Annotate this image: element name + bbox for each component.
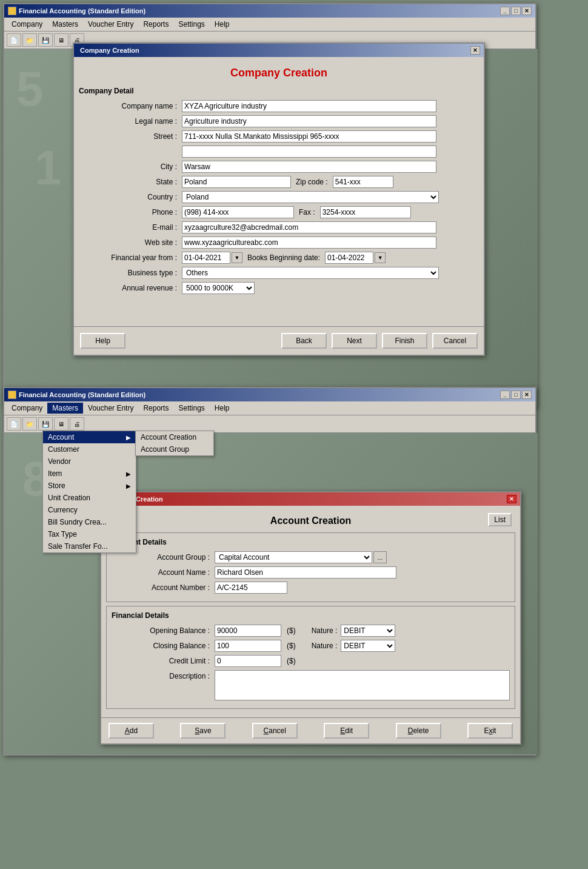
- opening-nature-select[interactable]: DEBIT CREDIT: [341, 625, 395, 637]
- menu-company-top[interactable]: Company: [7, 19, 47, 30]
- city-input[interactable]: [182, 161, 436, 173]
- menubar-top: Company Masters Voucher Entry Reports Se…: [4, 18, 535, 32]
- add-button[interactable]: Add: [109, 723, 154, 739]
- minimize-btn-top[interactable]: _: [500, 7, 510, 15]
- street-label: Street :: [79, 132, 182, 141]
- account-group-label: Account Group :: [112, 553, 215, 562]
- menu-currency-item[interactable]: Currency: [43, 504, 136, 516]
- financial-details-header: Financial Details: [112, 611, 510, 620]
- state-input[interactable]: [182, 176, 291, 188]
- menu-vendor-item[interactable]: Vendor: [43, 455, 136, 468]
- zip-input[interactable]: [333, 176, 393, 188]
- list-button[interactable]: List: [488, 513, 512, 526]
- edit-button[interactable]: Edit: [324, 723, 369, 739]
- street2-input[interactable]: [182, 146, 436, 158]
- menu-customer-item[interactable]: Customer: [43, 443, 136, 455]
- account-creation-dialog: Account Creation ✕ Account Creation List…: [100, 491, 521, 745]
- window-controls-bottom: _ □ ✕: [500, 391, 532, 399]
- menu-masters-top[interactable]: Masters: [47, 19, 83, 30]
- menu-settings-bottom[interactable]: Settings: [173, 403, 209, 414]
- store-arrow-icon: ▶: [126, 483, 131, 489]
- business-type-select[interactable]: Others: [182, 267, 439, 279]
- closing-balance-label: Closing Balance :: [112, 642, 215, 650]
- account-group-menu-item[interactable]: Account Group: [136, 443, 213, 455]
- cancel-button-company[interactable]: Cancel: [432, 333, 478, 349]
- annual-rev-label: Annual revenue :: [79, 284, 182, 292]
- close-btn-top[interactable]: ✕: [522, 7, 532, 15]
- next-button[interactable]: Next: [332, 333, 377, 349]
- toolbar-btn-3[interactable]: 💾: [38, 33, 53, 47]
- finish-button[interactable]: Finish: [382, 333, 427, 349]
- account-group-browse-btn[interactable]: ...: [373, 551, 387, 563]
- books-beg-input[interactable]: [325, 252, 373, 264]
- exit-button[interactable]: Exit: [467, 723, 513, 739]
- help-button[interactable]: Help: [80, 333, 125, 349]
- menu-unit-creation-item[interactable]: Unit Creation: [43, 492, 136, 504]
- menu-settings-top[interactable]: Settings: [173, 19, 209, 30]
- menu-help-bottom[interactable]: Help: [210, 403, 235, 414]
- account-creation-menu-item[interactable]: Account Creation: [136, 431, 213, 443]
- website-input[interactable]: [182, 237, 436, 249]
- fin-year-calendar-btn[interactable]: ▼: [232, 252, 242, 263]
- country-label: Country :: [79, 193, 182, 201]
- account-name-input[interactable]: [215, 566, 396, 579]
- opening-balance-input[interactable]: [215, 625, 281, 637]
- toolbar-bottom-btn-5[interactable]: 🖨: [70, 417, 84, 431]
- closing-balance-input[interactable]: [215, 640, 281, 652]
- account-details-header: Account Details: [112, 538, 510, 546]
- minimize-btn-bottom[interactable]: _: [500, 391, 510, 399]
- legal-name-input[interactable]: [182, 115, 436, 127]
- back-button[interactable]: Back: [281, 333, 327, 349]
- menu-store-item[interactable]: Store ▶: [43, 480, 136, 492]
- menu-reports-top[interactable]: Reports: [138, 19, 173, 30]
- menu-masters-bottom[interactable]: Masters: [47, 403, 83, 414]
- closing-nature-select[interactable]: DEBIT CREDIT: [341, 640, 395, 652]
- account-dialog-heading: Account Creation: [106, 515, 515, 526]
- company-dialog-close[interactable]: ✕: [470, 46, 480, 55]
- phone-input[interactable]: [182, 206, 294, 218]
- account-group-select[interactable]: Capital Account: [215, 551, 372, 563]
- email-input[interactable]: [182, 221, 436, 233]
- menu-company-bottom[interactable]: Company: [7, 403, 47, 414]
- menu-account-item[interactable]: Account ▶: [43, 431, 136, 443]
- toolbar-bottom-btn-3[interactable]: 💾: [38, 417, 53, 431]
- company-name-input[interactable]: [182, 100, 436, 112]
- fax-input[interactable]: [320, 206, 411, 218]
- credit-limit-input[interactable]: [215, 655, 281, 667]
- maximize-btn-top[interactable]: □: [511, 7, 521, 15]
- description-textarea[interactable]: [215, 670, 510, 700]
- menu-voucher-top[interactable]: Voucher Entry: [83, 19, 138, 30]
- menu-tax-type-item[interactable]: Tax Type: [43, 528, 136, 540]
- menu-voucher-bottom[interactable]: Voucher Entry: [83, 403, 138, 414]
- toolbar-bottom-btn-2[interactable]: 📁: [22, 417, 37, 431]
- company-dialog-heading: Company Creation: [79, 67, 479, 79]
- account-number-input[interactable]: [215, 582, 287, 594]
- menu-bill-sundry-item[interactable]: Bill Sundry Crea...: [43, 516, 136, 528]
- toolbar-bottom-btn-4[interactable]: 🖥: [54, 417, 68, 431]
- menu-item-item[interactable]: Item ▶: [43, 468, 136, 480]
- account-dialog-close[interactable]: ✕: [507, 495, 516, 503]
- opening-balance-label: Opening Balance :: [112, 626, 215, 635]
- business-type-label: Business type :: [79, 269, 182, 277]
- maximize-btn-bottom[interactable]: □: [511, 391, 521, 399]
- account-dialog-body: Account Creation List Account Details Ac…: [101, 506, 520, 717]
- toolbar-bottom-btn-1[interactable]: 📄: [7, 417, 21, 431]
- save-button[interactable]: Save: [180, 723, 226, 739]
- account-number-label: Account Number :: [112, 583, 215, 592]
- toolbar-btn-2[interactable]: 📁: [22, 33, 37, 47]
- toolbar-btn-1[interactable]: 📄: [7, 33, 21, 47]
- country-select[interactable]: Poland: [182, 191, 439, 203]
- fin-year-input[interactable]: [182, 252, 230, 264]
- menu-help-top[interactable]: Help: [210, 19, 235, 30]
- books-beg-calendar-btn[interactable]: ▼: [375, 252, 386, 263]
- menu-sale-transfer-item[interactable]: Sale Transfer Fo...: [43, 540, 136, 552]
- street-input[interactable]: [182, 130, 436, 143]
- close-btn-bottom[interactable]: ✕: [522, 391, 532, 399]
- account-name-row: Account Name :: [112, 566, 510, 579]
- delete-button[interactable]: Delete: [396, 723, 441, 739]
- toolbar-btn-4[interactable]: 🖥: [54, 33, 68, 47]
- menu-reports-bottom[interactable]: Reports: [138, 403, 173, 414]
- annual-rev-select[interactable]: 5000 to 9000K: [182, 282, 255, 294]
- cancel-button-account[interactable]: Cancel: [252, 723, 298, 739]
- country-row: Country : Poland: [79, 191, 479, 203]
